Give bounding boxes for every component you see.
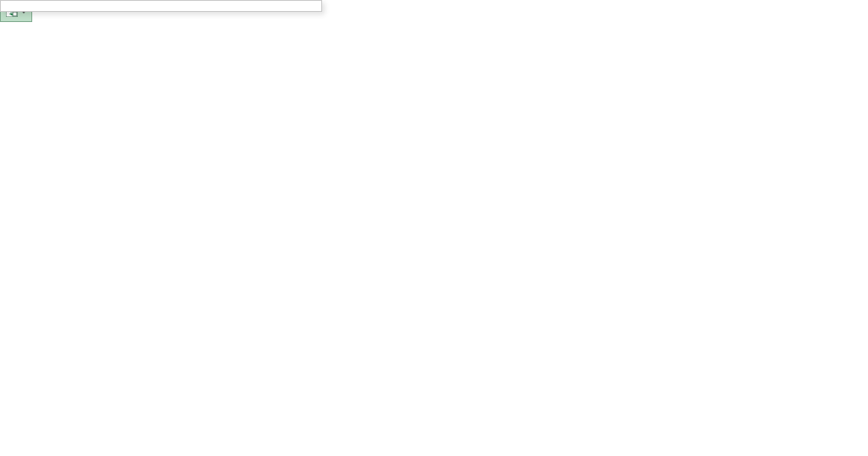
autofill-options-menu[interactable] [0,0,322,12]
svg-text:+: + [9,11,13,17]
